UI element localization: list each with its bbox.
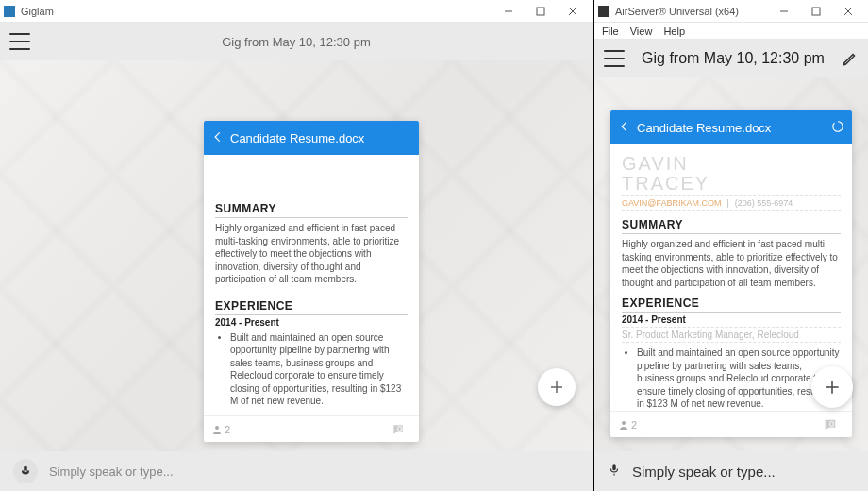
canvas-area: Candidate Resume.docx SUMMARY Highly org… bbox=[0, 60, 593, 451]
page-title: Gig from May 10, 12:30 pm bbox=[30, 35, 562, 49]
close-button[interactable] bbox=[557, 0, 589, 23]
edit-pencil-icon[interactable] bbox=[842, 50, 859, 67]
titlebar: Giglam bbox=[0, 0, 593, 23]
experience-heading: EXPERIENCE bbox=[622, 296, 841, 313]
document-filename: Candidate Resume.docx bbox=[637, 121, 771, 135]
svg-rect-8 bbox=[812, 8, 820, 15]
person-icon bbox=[211, 424, 223, 435]
titlebar: AirServer® Universal (x64) bbox=[594, 0, 868, 23]
add-fab-button[interactable] bbox=[811, 366, 853, 408]
people-count: 2 bbox=[225, 424, 230, 435]
bullet-item: Built and maintained an open source oppo… bbox=[637, 347, 841, 411]
document-filename: Candidate Resume.docx bbox=[230, 131, 364, 145]
job-title: Sr. Product Marketing Manager, Relecloud bbox=[622, 327, 841, 343]
experience-bullets: Built and maintained an open source oppo… bbox=[230, 331, 408, 416]
summary-text: Highly organized and efficient in fast-p… bbox=[622, 238, 841, 289]
candidate-first-name: GAVIN bbox=[622, 154, 841, 174]
comments-count: 0 bbox=[829, 419, 834, 429]
svg-point-11 bbox=[622, 421, 626, 425]
loading-spinner-icon bbox=[831, 120, 844, 136]
input-bar: Simply speak or type... bbox=[0, 451, 593, 491]
people-badge[interactable]: 2 bbox=[211, 424, 230, 435]
menubar: File View Help bbox=[594, 23, 868, 40]
close-button[interactable] bbox=[832, 0, 864, 23]
svg-rect-1 bbox=[537, 8, 544, 15]
mic-button[interactable] bbox=[608, 463, 621, 480]
page-title: Gig from May 10, 12:30 pm bbox=[625, 50, 842, 67]
summary-text: Highly organized and efficient in fast-p… bbox=[215, 222, 408, 286]
hamburger-menu-icon[interactable] bbox=[604, 50, 625, 67]
plus-icon bbox=[823, 378, 842, 397]
app-title: Giglam bbox=[21, 6, 492, 17]
input-bar: Simply speak or type... bbox=[594, 451, 868, 491]
app-icon bbox=[4, 6, 15, 17]
input-placeholder[interactable]: Simply speak or type... bbox=[632, 464, 776, 480]
app-title: AirServer® Universal (x64) bbox=[615, 6, 768, 17]
app-icon bbox=[598, 6, 609, 17]
document-body: SUMMARY Highly organized and efficient i… bbox=[204, 155, 419, 415]
candidate-last-name: TRACEY bbox=[622, 174, 841, 194]
menu-help[interactable]: Help bbox=[663, 25, 685, 37]
document-card[interactable]: Candidate Resume.docx SUMMARY Highly org… bbox=[204, 121, 419, 442]
back-arrow-icon[interactable] bbox=[618, 120, 631, 136]
comments-count: 0 bbox=[397, 424, 402, 433]
menu-view[interactable]: View bbox=[630, 25, 653, 37]
document-header: Candidate Resume.docx bbox=[204, 121, 419, 155]
menu-file[interactable]: File bbox=[602, 25, 619, 37]
microphone-icon bbox=[608, 463, 621, 476]
experience-dates: 2014 - Present bbox=[622, 314, 841, 325]
minimize-button[interactable] bbox=[768, 0, 800, 23]
experience-heading: EXPERIENCE bbox=[215, 299, 408, 315]
input-placeholder[interactable]: Simply speak or type... bbox=[49, 465, 174, 479]
summary-heading: SUMMARY bbox=[215, 202, 408, 218]
app-header: Gig from May 10, 12:30 pm bbox=[0, 23, 593, 60]
desktop-window-giglam: Giglam Gig from May 10, 12:30 pm Candida… bbox=[0, 0, 593, 491]
candidate-phone: (206) 555-6974 bbox=[735, 198, 793, 208]
add-fab-button[interactable] bbox=[538, 368, 576, 406]
contact-line: GAVIN@FABRIKAM.COM | (206) 555-6974 bbox=[622, 195, 841, 211]
app-header: Gig from May 10, 12:30 pm bbox=[594, 40, 868, 77]
document-footer: 2 0 bbox=[610, 411, 852, 437]
person-icon bbox=[618, 419, 629, 431]
maximize-button[interactable] bbox=[800, 0, 832, 23]
document-header: Candidate Resume.docx bbox=[610, 110, 852, 144]
comments-badge[interactable]: 0 bbox=[392, 423, 411, 436]
desktop-window-airserver: AirServer® Universal (x64) File View Hel… bbox=[594, 0, 868, 491]
back-arrow-icon[interactable] bbox=[211, 130, 225, 146]
document-body: GAVIN TRACEY GAVIN@FABRIKAM.COM | (206) … bbox=[610, 144, 852, 411]
svg-point-4 bbox=[215, 426, 219, 430]
bullet-item: Built and maintained an open source oppo… bbox=[230, 331, 408, 408]
plus-icon bbox=[548, 379, 565, 396]
candidate-email[interactable]: GAVIN@FABRIKAM.COM bbox=[622, 198, 721, 208]
people-count: 2 bbox=[631, 419, 637, 431]
mic-button[interactable] bbox=[13, 459, 38, 483]
comments-badge[interactable]: 0 bbox=[823, 417, 844, 432]
maximize-button[interactable] bbox=[525, 0, 557, 23]
hamburger-menu-icon[interactable] bbox=[9, 33, 30, 50]
experience-bullets: Built and maintained an open source oppo… bbox=[637, 347, 841, 411]
microphone-icon bbox=[19, 465, 32, 478]
canvas-area: Candidate Resume.docx GAVIN TRACEY GAVIN… bbox=[594, 77, 868, 451]
summary-heading: SUMMARY bbox=[622, 218, 841, 234]
minimize-button[interactable] bbox=[492, 0, 525, 23]
experience-dates: 2014 - Present bbox=[215, 317, 408, 328]
people-badge[interactable]: 2 bbox=[618, 419, 637, 431]
document-footer: 2 0 bbox=[204, 415, 419, 442]
